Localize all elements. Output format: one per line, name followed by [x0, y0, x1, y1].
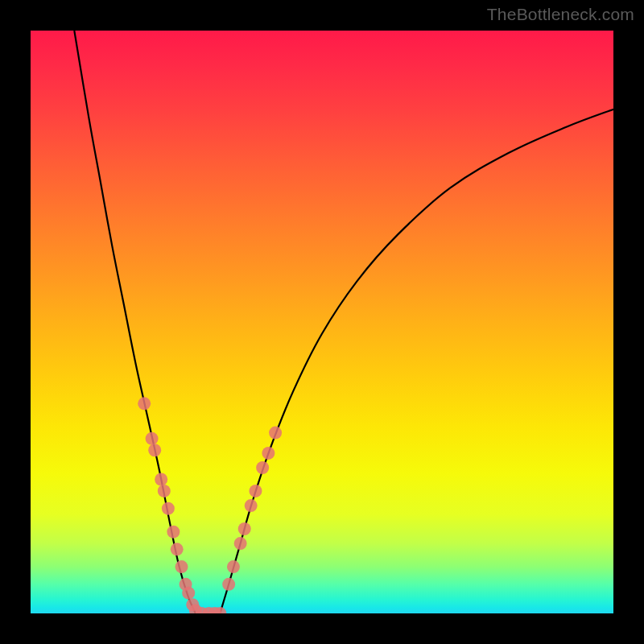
- data-marker: [227, 560, 240, 573]
- data-marker: [269, 427, 282, 440]
- data-marker: [175, 560, 188, 573]
- data-marker: [238, 522, 251, 535]
- chart-frame: TheBottleneck.com: [0, 0, 644, 644]
- data-marker: [234, 537, 247, 550]
- plot-area: [31, 31, 613, 613]
- data-marker: [148, 444, 161, 456]
- data-marker: [138, 397, 151, 410]
- chart-svg: [31, 31, 613, 613]
- data-marker: [158, 485, 171, 497]
- data-marker: [155, 473, 167, 485]
- right-curve: [220, 109, 613, 613]
- data-marker: [167, 526, 180, 539]
- data-marker: [162, 502, 175, 515]
- left-curve: [74, 31, 196, 613]
- data-marker: [256, 461, 269, 474]
- watermark-text: TheBottleneck.com: [487, 5, 634, 24]
- data-marker: [249, 485, 262, 497]
- data-marker: [245, 499, 258, 512]
- data-marker: [262, 447, 275, 460]
- data-marker: [146, 432, 159, 445]
- data-marker: [171, 543, 184, 555]
- data-marker: [222, 578, 235, 591]
- data-marker: [182, 587, 195, 600]
